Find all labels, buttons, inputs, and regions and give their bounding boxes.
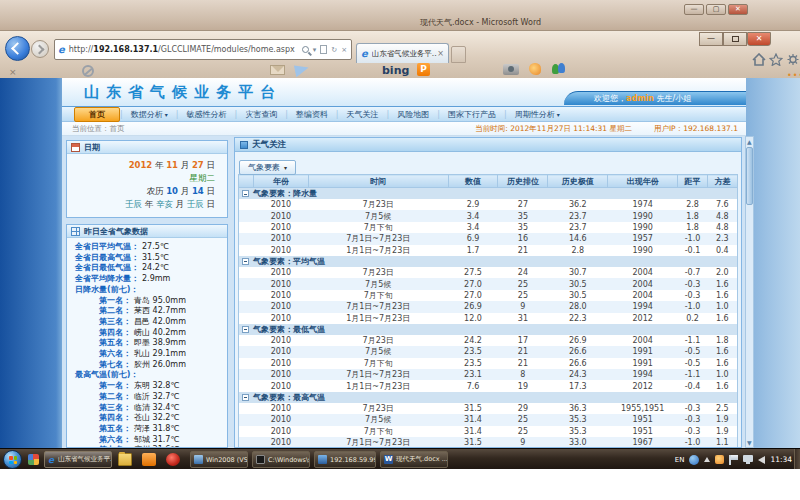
group-label: 气象要素：平均气温: [253, 257, 325, 266]
table-row: 20107月5候31.42535.31951-0.31.9: [239, 414, 738, 425]
player-icon[interactable]: P: [417, 63, 430, 76]
taskbar-button[interactable]: Win2008 (VS2...: [190, 451, 248, 468]
table-cell: 25: [498, 426, 548, 437]
volume-icon[interactable]: [758, 456, 765, 464]
taskbar-button[interactable]: W现代天气.docx ...: [380, 451, 448, 468]
taskbar-button[interactable]: C:\Windows\s...: [252, 451, 310, 468]
refresh-icon[interactable]: ↻: [331, 46, 337, 54]
close-sidebar-icon[interactable]: ×: [9, 67, 17, 77]
collapse-icon[interactable]: [242, 190, 249, 197]
mail-icon[interactable]: [270, 65, 285, 75]
nav-item-5[interactable]: 整编资料: [288, 108, 336, 121]
table-cell: 7月5候: [308, 414, 448, 425]
table-cell: 4.8: [708, 210, 738, 221]
star-icon[interactable]: [769, 53, 783, 66]
nav-item-6[interactable]: 天气关注: [339, 108, 387, 121]
scroll-down-icon[interactable]: ▼: [747, 440, 752, 445]
tray-app-icon[interactable]: [715, 455, 724, 464]
close-icon[interactable]: ✕: [747, 32, 771, 46]
weather-panel-title: 昨日全省气象数据: [84, 226, 148, 237]
welcome-suffix: 先生/小姐: [654, 94, 691, 103]
breadcrumb-bar: 当前位置：首页 当前时间: 2012年11月27日 11:14:31 星期二用户…: [62, 122, 746, 136]
ranking-item: 第三名：昌邑 42.0mm: [75, 317, 227, 328]
app-icon[interactable]: [142, 453, 156, 466]
action-center-flag-icon[interactable]: [729, 455, 738, 465]
start-button[interactable]: [3, 450, 22, 469]
windows-flag-icon: [9, 456, 17, 464]
taskbar-button[interactable]: 192.168.59.99...: [314, 451, 376, 468]
rank-label: 第六名：: [99, 435, 131, 444]
gear-icon[interactable]: [786, 53, 800, 66]
table-cell: 2010: [253, 369, 308, 380]
table-cell: [239, 301, 254, 312]
nav-item-2[interactable]: 数据分析▾: [123, 108, 176, 121]
nav-item-9[interactable]: 周期性分析▾: [507, 108, 568, 121]
home-icon[interactable]: [752, 53, 766, 66]
collapse-icon[interactable]: [242, 326, 249, 333]
minimize-icon[interactable]: —: [699, 32, 723, 46]
collapse-icon[interactable]: [242, 394, 249, 401]
send-icon[interactable]: [294, 63, 310, 78]
minimize-icon[interactable]: —: [684, 4, 704, 15]
table-cell: 1.6: [708, 290, 738, 301]
table-row: 20107月23日24.21726.92004-1.11.8: [239, 335, 738, 346]
table-cell: 36.3: [548, 403, 608, 414]
address-bar[interactable]: e http://192.168.137.1/GLCCLIMATE/module…: [54, 39, 352, 60]
show-desktop-button[interactable]: [794, 449, 800, 470]
network-globe-icon[interactable]: [689, 455, 699, 465]
weekday: 星期二: [67, 172, 215, 185]
table-cell: 31.5: [448, 437, 498, 448]
taskbar: e 山东省气候业务平... Win2008 (VS2...C:\Windows\…: [0, 448, 800, 469]
media-player-icon[interactable]: [166, 453, 180, 466]
close-icon[interactable]: ✕: [728, 4, 748, 15]
network-status-icon[interactable]: [743, 455, 753, 464]
show-hidden-icons-icon[interactable]: [704, 457, 710, 462]
nav-item-3[interactable]: 敏感性分析: [178, 108, 234, 121]
language-indicator[interactable]: EN: [675, 456, 685, 464]
table-cell: 0.4: [708, 245, 738, 256]
table-row: 20107月下旬31.42535.31951-0.31.9: [239, 426, 738, 437]
table-cell: 1.6: [708, 380, 738, 391]
search-icon[interactable]: [302, 46, 309, 53]
scroll-up-icon[interactable]: ▲: [747, 139, 752, 144]
maximize-icon[interactable]: ▢: [706, 4, 726, 15]
stop-icon[interactable]: ×: [341, 46, 347, 54]
vertical-scrollbar[interactable]: ▲ ▼: [745, 136, 754, 448]
tab-close-icon[interactable]: ×: [437, 49, 444, 58]
table-row: 20101月1日~7月23日7.61917.32012-0.41.6: [239, 380, 738, 391]
back-arrow-icon: [11, 42, 24, 55]
clock[interactable]: 11:34: [770, 455, 792, 464]
table-cell: 2010: [253, 210, 308, 221]
site-container: 山东省气候业务平台 欢迎您，admin 先生/小姐 首页|数据分析▾|敏感性分析…: [62, 78, 746, 448]
scrollbar-thumb[interactable]: [746, 147, 753, 205]
bing-logo[interactable]: bing: [382, 64, 409, 77]
browser-tab[interactable]: e 山东省气候业务平... ×: [356, 43, 449, 63]
new-tab-button[interactable]: [451, 46, 466, 63]
compatibility-view-icon[interactable]: [320, 45, 327, 54]
nav-item-4[interactable]: 灾害查询: [237, 108, 285, 121]
launcher-icon[interactable]: [28, 454, 39, 465]
taskbar-ie-button[interactable]: e 山东省气候业务平...: [44, 451, 112, 468]
paw-icon[interactable]: [529, 63, 541, 75]
collapse-icon[interactable]: [242, 258, 249, 265]
forward-button[interactable]: [31, 40, 49, 58]
camera-icon[interactable]: [503, 64, 519, 75]
table-cell: [239, 426, 254, 437]
maximize-icon[interactable]: [723, 32, 747, 46]
table-cell: 7月1日~7月23日: [308, 437, 448, 448]
nav-item-7[interactable]: 风险地图: [389, 108, 437, 121]
chevron-down-icon[interactable]: ▾: [313, 46, 317, 54]
element-filter-button[interactable]: 气象要素▾: [239, 160, 296, 175]
table-cell: 7月1日~7月23日: [308, 369, 448, 380]
table-cell: 2010: [253, 278, 308, 289]
table-cell: 26.6: [548, 346, 608, 357]
table-cell: 23.5: [448, 358, 498, 369]
table-cell: 2010: [253, 313, 308, 324]
nav-item-8[interactable]: 国家下行产品: [440, 108, 504, 121]
explorer-icon[interactable]: [118, 453, 132, 466]
table-cell: 35: [498, 210, 548, 221]
nav-item-1[interactable]: 首页: [74, 107, 120, 122]
back-button[interactable]: [5, 36, 30, 61]
people-icon[interactable]: [552, 63, 565, 75]
rank-station-value: 东明 32.8℃: [134, 381, 179, 390]
